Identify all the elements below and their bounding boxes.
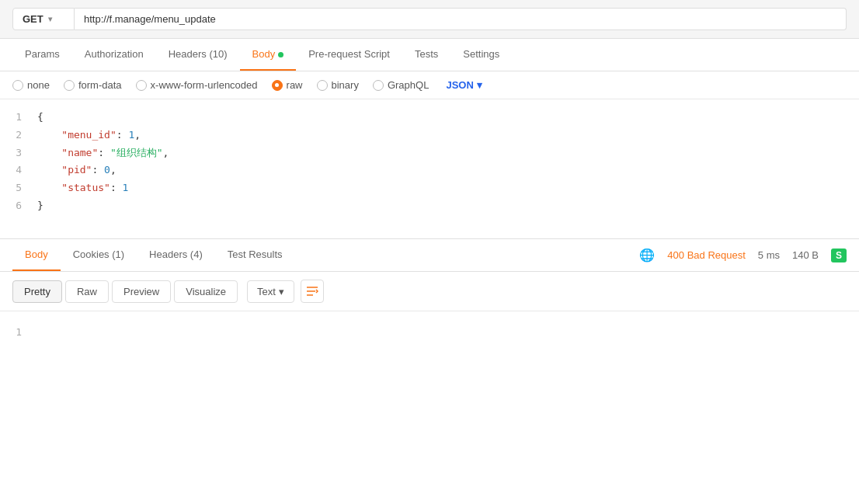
radio-raw[interactable]: raw (272, 79, 303, 91)
tab-authorization[interactable]: Authorization (72, 39, 156, 71)
response-tab-headers[interactable]: Headers (4) (137, 239, 215, 271)
tab-params[interactable]: Params (12, 39, 72, 71)
s-badge: S (831, 249, 847, 262)
response-time: 5 ms (758, 249, 780, 261)
response-tab-body[interactable]: Body (12, 239, 61, 271)
method-select[interactable]: GET ▾ (12, 8, 75, 30)
resp-line-1: 1 (0, 324, 859, 342)
preview-button[interactable]: Preview (112, 280, 171, 303)
radio-circle-binary (317, 80, 328, 91)
response-tab-test-results[interactable]: Test Results (215, 239, 295, 271)
radio-form-data[interactable]: form-data (64, 79, 122, 91)
radio-none[interactable]: none (12, 79, 50, 91)
tab-settings[interactable]: Settings (450, 39, 512, 71)
tab-tests[interactable]: Tests (402, 39, 450, 71)
response-size: 140 B (792, 249, 819, 261)
code-line: 4 "pid": 0, (0, 162, 859, 179)
radio-circle-raw (272, 80, 283, 91)
response-toolbar: Pretty Raw Preview Visualize Text ▾ (0, 272, 859, 311)
top-tabs: Params Authorization Headers (10) Body P… (0, 39, 859, 71)
body-active-dot (278, 52, 283, 57)
status-badge: 400 Bad Request (667, 249, 745, 261)
code-line: 3 "name": "组织结构", (0, 144, 859, 162)
tab-headers[interactable]: Headers (10) (156, 39, 240, 71)
globe-icon: 🌐 (639, 248, 655, 262)
radio-graphql[interactable]: GraphQL (373, 79, 429, 91)
raw-button[interactable]: Raw (65, 280, 109, 303)
response-status-area: 🌐 400 Bad Request 5 ms 140 B S (639, 248, 847, 262)
method-label: GET (23, 13, 43, 25)
code-line: 5 "status": 1 (0, 179, 859, 197)
radio-circle-urlencoded (136, 80, 147, 91)
pretty-button[interactable]: Pretty (12, 280, 62, 303)
code-editor[interactable]: 1{2 "menu_id": 1,3 "name": "组织结构",4 "pid… (0, 99, 859, 239)
wrap-icon[interactable] (301, 280, 324, 303)
radio-circle-graphql (373, 80, 384, 91)
code-line: 6} (0, 197, 859, 215)
radio-circle-form-data (64, 80, 75, 91)
response-content: 1 (0, 311, 859, 354)
text-format-dropdown[interactable]: Text ▾ (247, 280, 294, 303)
body-type-row: none form-data x-www-form-urlencoded raw… (0, 71, 859, 99)
radio-urlencoded[interactable]: x-www-form-urlencoded (136, 79, 258, 91)
method-chevron: ▾ (48, 15, 52, 23)
json-format-dropdown[interactable]: JSON ▾ (446, 79, 482, 91)
response-tabs: Body Cookies (1) Headers (4) Test Result… (0, 239, 859, 272)
code-line: 2 "menu_id": 1, (0, 127, 859, 144)
url-bar: GET ▾ (0, 0, 859, 39)
code-line: 1{ (0, 109, 859, 127)
tab-body[interactable]: Body (240, 39, 297, 71)
response-tab-cookies[interactable]: Cookies (1) (61, 239, 137, 271)
tab-pre-request[interactable]: Pre-request Script (296, 39, 402, 71)
radio-circle-none (12, 80, 23, 91)
radio-binary[interactable]: binary (317, 79, 359, 91)
visualize-button[interactable]: Visualize (174, 280, 238, 303)
url-input[interactable] (75, 8, 847, 30)
